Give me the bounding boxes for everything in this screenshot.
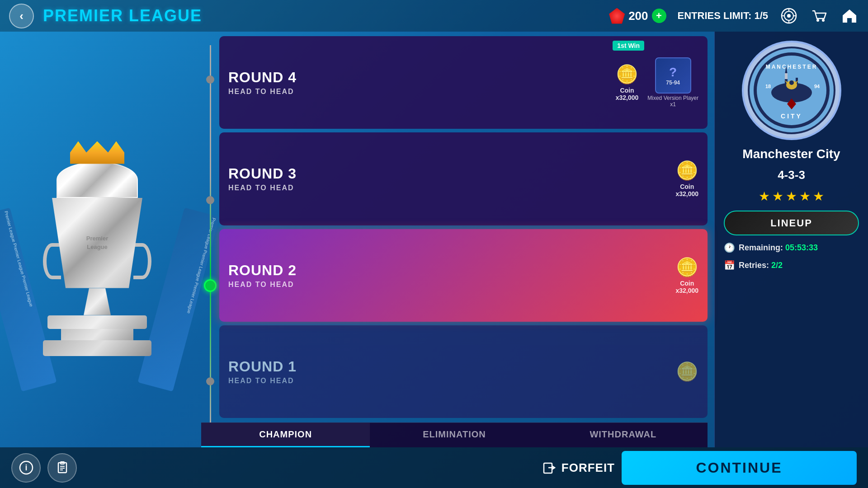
trophy-cup-body: PremierLeague <box>52 198 142 288</box>
retries-label: Retries: 2/2 <box>739 261 783 270</box>
back-button[interactable]: ‹ <box>9 4 34 28</box>
entries-limit: ENTRIES LIMIT: 1/5 <box>678 10 768 22</box>
round-2-info: ROUND 2 HEAD TO HEAD <box>228 262 297 289</box>
round-1-info: ROUND 1 HEAD TO HEAD <box>228 358 297 385</box>
round-2-title: ROUND 2 <box>228 262 297 279</box>
round-2-card[interactable]: ROUND 2 HEAD TO HEAD 🪙 Coinx32,000 <box>219 229 708 322</box>
star-1: ★ <box>759 189 770 204</box>
timeline-dot-top <box>206 75 214 84</box>
round-1-rewards: 🪙 <box>676 361 698 382</box>
target-icon[interactable] <box>779 6 798 25</box>
first-win-badge: 1st Win <box>613 41 644 51</box>
currency-amount: 200 <box>628 9 648 23</box>
svg-text:94: 94 <box>814 84 820 89</box>
trophy-cup-top <box>57 162 138 198</box>
home-icon[interactable] <box>840 6 859 25</box>
rounds-section: ROUND 4 HEAD TO HEAD 1st Win 🪙 Coinx32,0… <box>194 32 714 447</box>
svg-text:CITY: CITY <box>781 113 802 120</box>
round-2-subtitle: HEAD TO HEAD <box>228 281 297 289</box>
cart-icon[interactable] <box>810 6 829 25</box>
trophy-section: Premier League Premier League Premier Le… <box>0 32 194 447</box>
trophy-body-wrapper: PremierLeague <box>52 198 142 288</box>
remaining-value: 05:53:33 <box>785 243 818 252</box>
star-2: ★ <box>772 189 783 204</box>
svg-point-2 <box>787 14 791 18</box>
timeline-dot-mid <box>206 196 214 204</box>
timeline-line <box>210 45 211 422</box>
rounds-list: ROUND 4 HEAD TO HEAD 1st Win 🪙 Coinx32,0… <box>219 36 708 422</box>
round-4-subtitle: HEAD TO HEAD <box>228 88 297 96</box>
timeline-dot-bottom <box>206 377 214 385</box>
calendar-icon: 📅 <box>724 260 735 271</box>
mystery-card: ? 75-94 <box>655 57 691 94</box>
round-3-card[interactable]: ROUND 3 HEAD TO HEAD 🪙 Coinx32,000 <box>219 132 708 225</box>
forfeit-button[interactable]: FORFEIT <box>542 461 615 475</box>
club-stars: ★ ★ ★ ★ ★ <box>759 189 824 204</box>
svg-text:MANCHESTER: MANCHESTER <box>765 64 817 70</box>
svg-text:18: 18 <box>765 84 771 89</box>
star-3: ★ <box>786 189 797 204</box>
svg-text:i: i <box>25 463 27 472</box>
club-name: Manchester City <box>742 147 840 161</box>
round-1-title: ROUND 1 <box>228 358 297 375</box>
forfeit-label: FORFEIT <box>561 461 615 475</box>
round-4-info: ROUND 4 HEAD TO HEAD <box>228 69 297 96</box>
manchester-city-svg: 18 94 MANCHESTER CITY <box>746 45 837 136</box>
retries-row: 📅 Retries: 2/2 <box>724 260 859 271</box>
trophy-handle-left <box>43 243 61 279</box>
svg-marker-16 <box>785 73 788 79</box>
continue-button[interactable]: CONTINUE <box>622 451 857 485</box>
tab-withdrawal[interactable]: WITHDRAWAL <box>539 423 708 447</box>
round-4-card[interactable]: ROUND 4 HEAD TO HEAD 1st Win 🪙 Coinx32,0… <box>219 36 708 129</box>
mystery-range: 75-94 <box>666 80 680 86</box>
round-1-subtitle: HEAD TO HEAD <box>228 377 297 385</box>
lineup-button[interactable]: LINEUP <box>724 211 859 235</box>
round-3-info: ROUND 3 HEAD TO HEAD <box>228 165 297 192</box>
tabs-bar: CHAMPION ELIMINATION WITHDRAWAL <box>201 422 708 447</box>
coin-icon-2: 🪙 <box>676 257 698 278</box>
retries-value: 2/2 <box>771 261 783 270</box>
trophy-base-narrow <box>61 329 133 340</box>
round-3-title: ROUND 3 <box>228 165 297 182</box>
tab-elimination[interactable]: ELIMINATION <box>370 423 538 447</box>
tab-champion[interactable]: CHAMPION <box>201 423 370 447</box>
trophy-handle-right <box>133 243 151 279</box>
club-formation: 4-3-3 <box>778 168 805 182</box>
gem-icon <box>609 8 625 24</box>
header: ‹ PREMIER LEAGUE 200 + ENTRIES LIMIT: 1/… <box>0 0 868 32</box>
star-4: ★ <box>799 189 811 204</box>
page-title: PREMIER LEAGUE <box>43 6 202 25</box>
coin-icon-1: 🪙 <box>676 361 698 382</box>
remaining-label: Remaining: 05:53:33 <box>739 243 818 253</box>
round-2-rewards: 🪙 Coinx32,000 <box>675 257 698 294</box>
coin-reward-2: 🪙 Coinx32,000 <box>675 257 698 294</box>
header-right: 200 + ENTRIES LIMIT: 1/5 <box>609 6 859 25</box>
coin-label-2: Coinx32,000 <box>675 280 698 294</box>
round-3-rewards: 🪙 Coinx32,000 <box>675 160 698 197</box>
coin-label-3: Coinx32,000 <box>675 183 698 197</box>
timeline-dot-active <box>204 279 217 292</box>
trophy-visual: Premier League Premier League Premier Le… <box>25 141 170 356</box>
coin-label-4: Coinx32,000 <box>616 87 639 101</box>
bottom-bar: i FORFEIT CONTINUE <box>0 447 868 488</box>
info-button[interactable]: i <box>11 453 41 483</box>
coin-icon-3: 🪙 <box>676 160 698 181</box>
right-panel: 18 94 MANCHESTER CITY Manchester City 4-… <box>714 32 868 447</box>
round-4-title: ROUND 4 <box>228 69 297 86</box>
add-currency-button[interactable]: + <box>652 9 666 23</box>
trophy-base-wide <box>47 315 147 329</box>
round-1-card[interactable]: ROUND 1 HEAD TO HEAD 🪙 <box>219 325 708 418</box>
mystery-label: Mixed Version Playerx1 <box>647 95 698 108</box>
star-5: ★ <box>813 189 824 204</box>
clipboard-button[interactable] <box>47 453 77 483</box>
timeline-bar <box>201 36 219 422</box>
trophy-neck <box>84 288 111 315</box>
remaining-row: 🕐 Remaining: 05:53:33 <box>724 242 859 253</box>
coin-reward-4: 🪙 Coinx32,000 <box>616 64 639 101</box>
round-3-subtitle: HEAD TO HEAD <box>228 184 297 192</box>
round-4-rewards: 🪙 Coinx32,000 ? 75-94 Mixed Version Play… <box>616 57 698 108</box>
currency-block: 200 + <box>609 8 666 24</box>
clock-icon: 🕐 <box>724 242 735 253</box>
mystery-question-mark: ? <box>669 65 677 80</box>
coin-reward-3: 🪙 Coinx32,000 <box>675 160 698 197</box>
